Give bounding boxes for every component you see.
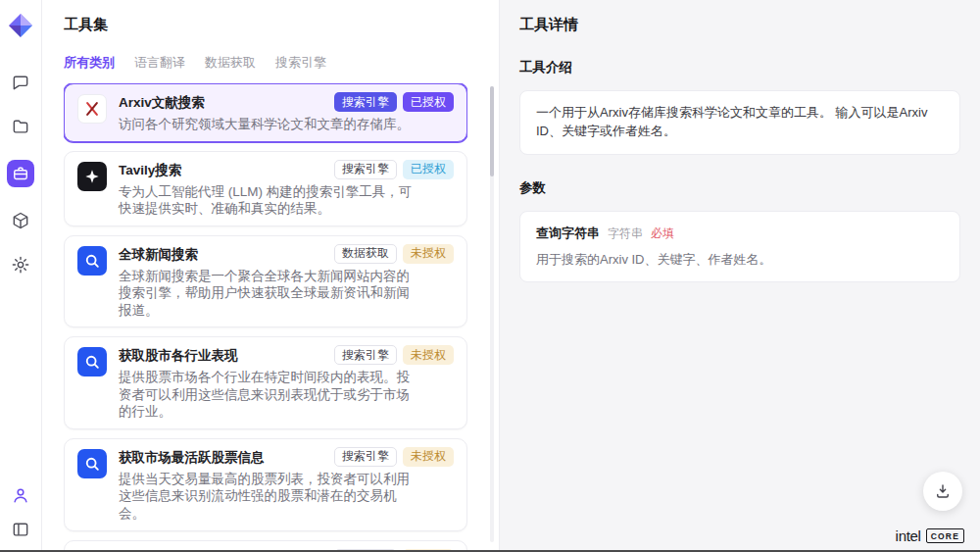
tool-list: Arxiv文献搜索 搜索引擎 已授权 访问各个研究领域大量科学论文和文章的存储库…	[64, 83, 467, 552]
param-required-flag: 必填	[651, 226, 674, 242]
tool-title: 获取股市各行业表现	[119, 345, 334, 364]
tab-language-translation[interactable]: 语言翻译	[134, 54, 185, 72]
box-icon[interactable]	[10, 210, 31, 231]
status-badge: 已授权	[403, 92, 454, 112]
settings-gear-icon[interactable]	[10, 254, 31, 276]
rail-nav	[7, 72, 34, 276]
status-badge: 未授权	[403, 244, 454, 264]
chat-icon[interactable]	[10, 72, 31, 93]
stock-search-icon	[77, 347, 107, 376]
app-logo-icon	[8, 13, 33, 38]
download-icon	[934, 482, 952, 500]
tool-details-panel: 工具详情 工具介绍 一个用于从Arxiv存储库搜索科学论文和文章的工具。 输入可…	[500, 0, 980, 552]
news-search-icon	[77, 246, 107, 276]
tool-description: 全球新闻搜索是一个聚合全球各大新闻网站内容的搜索引擎，帮助用户快速获取全球最新资…	[119, 268, 420, 320]
params-section-title: 参数	[519, 179, 960, 197]
tool-body: Tavily搜索 搜索引擎 已授权 专为人工智能代理 (LLM) 构建的搜索引擎…	[119, 160, 454, 218]
tool-body: 获取市场最活跃股票信息 搜索引擎 未授权 提供当天交易量最高的股票列表，投资者可…	[119, 447, 454, 523]
tools-panel-title: 工具集	[64, 16, 499, 34]
tool-description: 提供当天交易量最高的股票列表，投资者可以利用这些信息来识别流动性强的股票和潜在的…	[119, 471, 420, 523]
tool-title: 获取市场最活跃股票信息	[119, 447, 334, 466]
tool-title: Arxiv文献搜索	[119, 92, 334, 111]
stock-search-icon	[77, 449, 107, 478]
tool-body: Arxiv文献搜索 搜索引擎 已授权 访问各个研究领域大量科学论文和文章的存储库…	[119, 92, 454, 133]
category-badge: 搜索引擎	[334, 345, 397, 365]
tab-search-engine[interactable]: 搜索引擎	[275, 54, 326, 72]
app-window: 工具集 所有类别 语言翻译 数据获取 搜索引擎 Arxiv文献搜索 搜索引擎 已…	[0, 0, 980, 552]
intel-core-badge: CORE	[926, 528, 964, 543]
param-description: 用于搜索的Arxiv ID、关键字、作者姓名。	[536, 251, 944, 269]
tool-description: 专为人工智能代理 (LLM) 构建的搜索引擎工具，可快速提供实时、准确和真实的结…	[119, 183, 420, 218]
category-badge: 数据获取	[334, 244, 397, 264]
intro-card: 一个用于从Arxiv存储库搜索科学论文和文章的工具。 输入可以是Arxiv ID…	[519, 90, 960, 155]
tool-card-active-stocks[interactable]: 获取市场最活跃股票信息 搜索引擎 未授权 提供当天交易量最高的股票列表，投资者可…	[64, 438, 467, 531]
tool-description: 访问各个研究领域大量科学论文和文章的存储库。	[119, 116, 420, 133]
category-badge: 搜索引擎	[334, 92, 397, 112]
tab-all-categories[interactable]: 所有类别	[64, 54, 115, 72]
tool-body: 全球新闻搜索 数据获取 未授权 全球新闻搜索是一个聚合全球各大新闻网站内容的搜索…	[119, 244, 454, 320]
user-icon[interactable]	[10, 484, 31, 506]
status-badge: 未授权	[403, 447, 454, 467]
tool-title: 全球新闻搜索	[119, 244, 334, 263]
status-badge: 未授权	[403, 345, 454, 365]
status-badge: 已授权	[403, 160, 454, 179]
rail-bottom	[10, 484, 31, 540]
category-badge: 搜索引擎	[334, 160, 397, 179]
intro-text: 一个用于从Arxiv存储库搜索科学论文和文章的工具。 输入可以是Arxiv ID…	[536, 104, 944, 141]
panel-toggle-icon[interactable]	[10, 519, 31, 540]
tool-title: Tavily搜索	[119, 160, 334, 178]
scrollbar-thumb[interactable]	[490, 86, 494, 176]
category-tabs: 所有类别 语言翻译 数据获取 搜索引擎	[64, 54, 499, 72]
param-card: 查询字符串 字符串 必填 用于搜索的Arxiv ID、关键字、作者姓名。	[519, 211, 960, 282]
details-title: 工具详情	[519, 16, 960, 34]
tool-description: 提供股票市场各个行业在特定时间段内的表现。投资者可以利用这些信息来识别表现优于或…	[119, 369, 420, 421]
icon-rail	[0, 0, 42, 552]
tools-panel: 工具集 所有类别 语言翻译 数据获取 搜索引擎 Arxiv文献搜索 搜索引擎 已…	[42, 0, 500, 552]
tool-card-arxiv[interactable]: Arxiv文献搜索 搜索引擎 已授权 访问各个研究领域大量科学论文和文章的存储库…	[64, 83, 467, 142]
intel-wordmark: intel	[896, 527, 921, 544]
intro-section-title: 工具介绍	[519, 59, 960, 76]
briefcase-icon-active-tools[interactable]	[7, 160, 34, 187]
folder-icon[interactable]	[10, 116, 31, 137]
arxiv-logo-icon	[77, 94, 107, 124]
category-badge: 搜索引擎	[334, 447, 397, 467]
tool-body: 获取股市各行业表现 搜索引擎 未授权 提供股票市场各个行业在特定时间段内的表现。…	[119, 345, 454, 421]
intel-core-logo: intel CORE	[896, 527, 964, 544]
tavily-sparkle-icon	[77, 162, 107, 191]
tool-card-global-news[interactable]: 全球新闻搜索 数据获取 未授权 全球新闻搜索是一个聚合全球各大新闻网站内容的搜索…	[64, 235, 467, 328]
tab-data-fetch[interactable]: 数据获取	[205, 54, 256, 72]
tool-card-industry-performance[interactable]: 获取股市各行业表现 搜索引擎 未授权 提供股票市场各个行业在特定时间段内的表现。…	[64, 336, 467, 429]
tool-card-tavily[interactable]: Tavily搜索 搜索引擎 已授权 专为人工智能代理 (LLM) 构建的搜索引擎…	[64, 151, 467, 226]
param-name: 查询字符串	[536, 225, 600, 242]
download-button[interactable]	[923, 472, 962, 511]
param-type: 字符串	[608, 226, 643, 242]
